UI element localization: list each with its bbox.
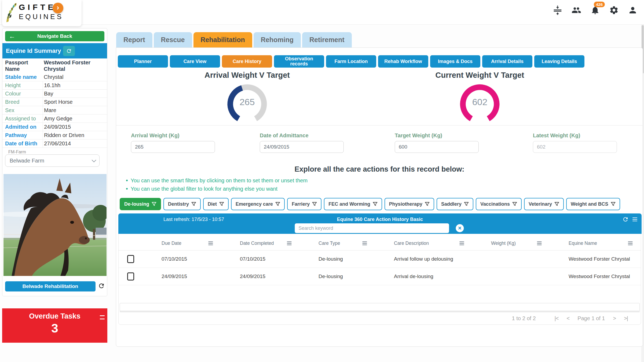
farm-select-value: Belwade Farm: [10, 158, 92, 164]
account-person-icon[interactable]: [627, 5, 638, 16]
filter-chip-de-lousing[interactable]: De-lousing: [120, 198, 161, 210]
sidebar-card: ← Navigate Back Equine Id Summary Passpo…: [2, 28, 107, 296]
column-header-care-description[interactable]: Care Description: [375, 241, 472, 246]
funnel-icon: [554, 202, 559, 206]
grid-menu-icon[interactable]: [632, 219, 637, 220]
cell-date-completed: 24/09/2015: [221, 274, 300, 279]
date-of-admittance-input[interactable]: [260, 141, 344, 153]
tab-rescue[interactable]: Rescue: [154, 32, 192, 47]
column-menu-icon[interactable]: [208, 243, 213, 243]
summary-label: Date of Birth: [2, 139, 43, 147]
summary-label: Admitted on: [2, 123, 43, 131]
filter-chip-veterinary[interactable]: Veterinary: [524, 198, 564, 210]
target-weight-input[interactable]: [395, 141, 479, 153]
column-header-date-completed[interactable]: Date Completed: [221, 241, 300, 246]
cell-date-completed: 07/10/2015: [221, 256, 300, 262]
column-menu-icon[interactable]: [628, 243, 632, 243]
subtab-arrival-details[interactable]: Arrival Details: [482, 55, 532, 68]
overdue-tasks-panel[interactable]: Overdue Tasks 3: [2, 308, 107, 343]
subtab-care-history[interactable]: Care History: [222, 55, 272, 68]
farm-field-label: FM-Farm: [8, 150, 26, 154]
tab-report[interactable]: Report: [116, 32, 152, 47]
location-button[interactable]: Belwade Rehabilitation: [5, 281, 96, 291]
tab-rehoming[interactable]: Rehoming: [254, 32, 301, 47]
filter-chip-vaccinations[interactable]: Vaccinations: [476, 198, 522, 210]
summary-value: Westwood Forster Chrystal: [43, 58, 107, 73]
tab-retirement[interactable]: Retirement: [302, 32, 352, 47]
filter-chip-fec-and-worming[interactable]: FEC and Worming: [324, 198, 382, 210]
location-refresh-button[interactable]: [98, 282, 105, 290]
column-header-equine-name[interactable]: Equine Name: [550, 241, 641, 246]
top-bar: GIFTED EQUINES › 426: [0, 0, 644, 25]
prev-page-button[interactable]: <: [566, 315, 569, 322]
funnel-icon: [373, 202, 378, 206]
filter-chip-farriery[interactable]: Farriery: [287, 198, 321, 210]
chip-label: Dentistry: [168, 201, 189, 207]
farm-select[interactable]: Belwade Farm: [5, 154, 100, 167]
navigate-back-label: Navigate Back: [37, 33, 72, 39]
subtab-images-docs[interactable]: Images & Docs: [430, 55, 480, 68]
column-menu-icon[interactable]: [287, 243, 291, 243]
arrival-gauge-title: Arrival Weight V Target: [167, 71, 328, 80]
grid-title: Equine 360 Care Action History Basic: [118, 217, 642, 222]
cell-care-description: Arrival de-lousing: [375, 274, 472, 279]
arrival-gauge-value: 265: [224, 97, 270, 107]
column-header-weight[interactable]: Weight (Kg): [472, 241, 550, 246]
subtab-farm-location[interactable]: Farm Location: [326, 55, 376, 68]
horse-mosaic-logo-icon: [5, 3, 18, 24]
summary-row: Stable nameChrystal: [2, 73, 107, 81]
subtab-leaving-details[interactable]: Leaving Details: [534, 55, 584, 68]
filter-chip-saddlery[interactable]: Saddlery: [437, 198, 473, 210]
column-header-care-type[interactable]: Care Type: [300, 241, 375, 246]
equine-summary-header: Equine Id Summary: [2, 43, 107, 58]
subtab-observation-records[interactable]: Observation records: [274, 55, 324, 68]
filter-chip-dentistry[interactable]: Dentistry: [163, 198, 201, 210]
summary-value: Mare: [43, 106, 107, 114]
column-menu-icon[interactable]: [362, 243, 367, 243]
smart-filter-bar: De-lousing Dentistry Diet Emergency care…: [120, 198, 620, 210]
column-menu-icon[interactable]: [537, 243, 541, 243]
summary-refresh-button[interactable]: [63, 46, 75, 56]
summary-value: 16.1hh: [43, 81, 107, 89]
table-row[interactable]: 24/09/2015 24/09/2015 De-lousing Arrival…: [119, 268, 641, 285]
collapse-vertical-icon[interactable]: [552, 5, 563, 16]
row-checkbox[interactable]: [127, 255, 134, 263]
filter-chip-emergency-care[interactable]: Emergency care: [231, 198, 285, 210]
tab-rehabilitation[interactable]: Rehabilitation: [193, 32, 252, 47]
row-checkbox[interactable]: [127, 272, 134, 280]
chip-label: Veterinary: [529, 201, 552, 207]
notifications-bell-icon[interactable]: 426: [590, 5, 601, 16]
filter-chip-diet[interactable]: Diet: [203, 198, 229, 210]
latest-weight-field: Latest Weight (Kg): [533, 132, 617, 153]
subtab-care-view[interactable]: Care View: [170, 55, 220, 68]
table-row[interactable]: 07/10/2015 07/10/2015 De-lousing Arrival…: [119, 250, 641, 268]
subtab-planner[interactable]: Planner: [118, 55, 168, 68]
filter-chip-weight-and-bcs[interactable]: Weight and BCS: [566, 198, 620, 210]
bullet-item: •You can use the smart filters by clicki…: [126, 177, 308, 184]
settings-gear-icon[interactable]: [609, 5, 619, 16]
arrival-weight-label: Arrival Weight (Kg): [131, 132, 215, 139]
column-header-due-date[interactable]: Due Date: [143, 241, 221, 246]
grid-horizontal-scrollbar[interactable]: [120, 303, 640, 311]
arrival-weight-input[interactable]: [131, 141, 215, 153]
filter-chip-physiotherapy[interactable]: Physiotherapy: [385, 198, 434, 210]
grid-refresh-icon[interactable]: [622, 216, 629, 223]
next-page-button[interactable]: >: [613, 315, 616, 322]
users-icon[interactable]: [571, 5, 582, 16]
row-range-text: 1 to 2 of 2: [512, 315, 536, 322]
summary-value: 24/09/2015: [43, 123, 107, 131]
column-menu-icon[interactable]: [459, 243, 464, 243]
expand-chevron-button[interactable]: ›: [53, 3, 63, 13]
navigate-back-button[interactable]: ← Navigate Back: [5, 31, 104, 41]
search-input[interactable]: [295, 223, 449, 233]
summary-label: Asssigned to: [2, 114, 43, 123]
first-page-button[interactable]: |<: [555, 315, 559, 322]
funnel-icon: [219, 202, 224, 206]
last-page-button[interactable]: >|: [624, 315, 628, 322]
subtab-rehab-workflow[interactable]: Rehab Workflow: [378, 55, 428, 68]
summary-row: ColourBay: [2, 90, 107, 98]
main-content-card: Planner Care View Care History Observati…: [116, 47, 643, 347]
summary-row: SexMare: [2, 106, 107, 114]
grid-header-bar: Last refresh: 17/5/23 - 10:57 Equine 360…: [118, 213, 642, 234]
clear-search-button[interactable]: ×: [456, 224, 464, 232]
